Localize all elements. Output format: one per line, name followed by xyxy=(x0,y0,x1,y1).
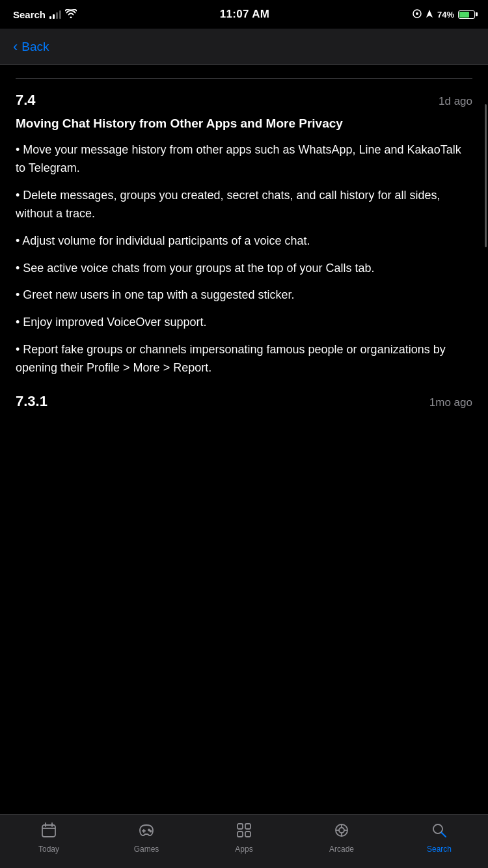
version-number: 7.4 xyxy=(16,92,36,109)
battery-percent: 74% xyxy=(437,10,454,20)
status-right: 74% xyxy=(413,9,475,20)
today-icon xyxy=(40,821,58,842)
tab-apps-label: Apps xyxy=(235,845,252,854)
svg-point-1 xyxy=(416,12,418,15)
signal-icon xyxy=(49,10,61,19)
tab-today[interactable]: Today xyxy=(0,821,98,854)
bullet-3: • Adjust volume for individual participa… xyxy=(16,232,472,251)
content-area: 7.4 1d ago Moving Chat History from Othe… xyxy=(0,65,488,814)
tab-arcade[interactable]: Arcade xyxy=(293,821,390,854)
bullet-5: • Greet new users in one tap with a sugg… xyxy=(16,286,472,305)
search-icon xyxy=(430,821,448,842)
version-time: 1d ago xyxy=(439,95,472,108)
bullet-2: • Delete messages, groups you created, s… xyxy=(16,187,472,223)
svg-rect-10 xyxy=(237,824,243,829)
tab-games[interactable]: Games xyxy=(98,821,195,854)
battery-icon xyxy=(458,10,475,19)
status-left: Search xyxy=(13,9,77,20)
version-block-7-3-1: 7.3.1 1mo ago xyxy=(16,393,472,410)
version-time-2: 1mo ago xyxy=(429,396,472,409)
back-button[interactable]: ‹ Back xyxy=(13,38,49,55)
tab-search[interactable]: Search xyxy=(390,821,488,854)
status-bar: Search 11:07 AM xyxy=(0,0,488,29)
tab-bar: Today Games Apps xyxy=(0,814,488,868)
tab-today-label: Today xyxy=(38,845,59,854)
tab-search-label: Search xyxy=(427,845,452,854)
apps-icon xyxy=(235,821,253,842)
back-label: Back xyxy=(21,40,49,54)
carrier-text: Search xyxy=(13,9,46,20)
svg-line-21 xyxy=(442,833,446,837)
location-icon xyxy=(413,9,422,20)
svg-point-8 xyxy=(148,830,150,831)
bullet-1: • Move your message history from other a… xyxy=(16,141,472,178)
bullet-6: • Enjoy improved VoiceOver support. xyxy=(16,314,472,332)
scrollbar[interactable] xyxy=(485,104,487,247)
svg-rect-11 xyxy=(245,824,251,829)
version-body: • Move your message history from other a… xyxy=(16,141,472,377)
tab-apps[interactable]: Apps xyxy=(195,821,293,854)
svg-point-15 xyxy=(339,828,344,833)
bullet-4: • See active voice chats from your group… xyxy=(16,260,472,278)
version-title: Moving Chat History from Other Apps and … xyxy=(16,115,472,133)
tab-games-label: Games xyxy=(134,845,159,854)
games-icon xyxy=(137,821,156,842)
version-number-2: 7.3.1 xyxy=(16,393,47,410)
version-header-2: 7.3.1 1mo ago xyxy=(16,393,472,410)
wifi-icon xyxy=(65,9,77,20)
arcade-icon xyxy=(332,821,351,842)
bullet-7: • Report fake groups or channels imperso… xyxy=(16,341,472,377)
svg-rect-2 xyxy=(42,825,55,837)
chevron-left-icon: ‹ xyxy=(13,38,18,55)
version-block-7-4: 7.4 1d ago Moving Chat History from Othe… xyxy=(16,92,472,378)
nav-bar: ‹ Back xyxy=(0,29,488,65)
status-time: 11:07 AM xyxy=(220,8,269,21)
tab-arcade-label: Arcade xyxy=(329,845,354,854)
version-header: 7.4 1d ago xyxy=(16,92,472,109)
arrow-icon xyxy=(426,9,433,20)
top-divider xyxy=(16,78,472,79)
svg-point-9 xyxy=(150,831,152,832)
svg-rect-13 xyxy=(245,832,251,837)
svg-rect-12 xyxy=(237,832,243,837)
